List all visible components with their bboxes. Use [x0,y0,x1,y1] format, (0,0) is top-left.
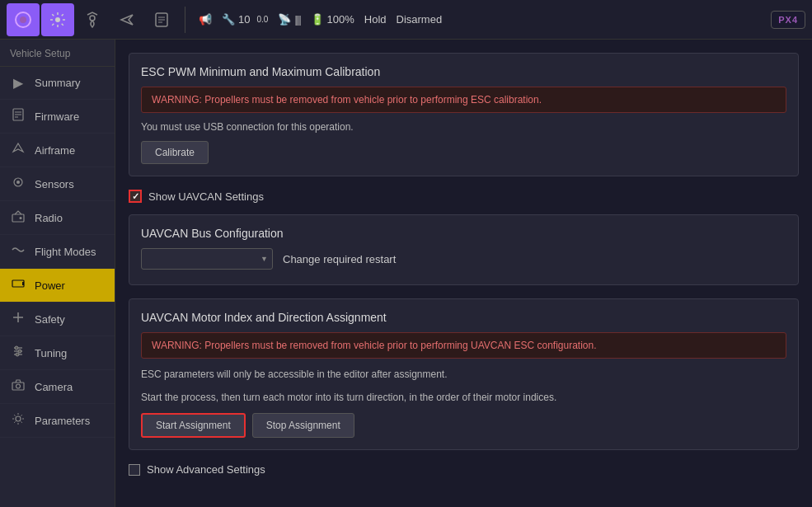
start-assignment-button[interactable]: Start Assignment [141,413,246,438]
log-icon[interactable] [145,3,178,36]
uavcan-motor-warning: WARNING: Propellers must be removed from… [141,332,786,359]
svg-point-27 [16,384,21,388]
armed-status: Disarmed [397,13,443,26]
sidebar-label-camera: Camera [35,381,73,393]
calibrate-button[interactable]: Calibrate [141,141,209,164]
sidebar-item-firmware[interactable]: Firmware [0,100,115,134]
assignment-btn-row: Start Assignment Stop Assignment [141,413,786,438]
advanced-settings-row: Show Advanced Settings [129,463,799,476]
status-bar: 📢 🔧 10 0.0 📡 ||| 🔋 100% Hold Disarmed [199,13,442,26]
power-icon [10,277,26,293]
uavcan-motor-title: UAVCAN Motor Index and Direction Assignm… [141,311,786,324]
sidebar-label-summary: Summary [35,77,81,89]
battery-value: 100% [327,13,354,26]
io-value: 10 [238,13,250,26]
sidebar-header: Vehicle Setup [0,40,115,67]
wrench-icon: 🔧 [222,13,235,26]
sidebar-label-safety: Safety [35,313,65,326]
battery-status: 🔋 100% [311,13,354,26]
sidebar-item-camera[interactable]: Camera [0,370,115,404]
nav-divider [185,7,185,33]
sidebar-item-sensors[interactable]: Sensors [0,167,115,201]
safety-icon [10,311,26,327]
sidebar-label-radio: Radio [35,212,63,224]
sidebar-label-sensors: Sensors [35,178,74,190]
radio-icon [10,209,26,226]
px4-logo: PX4 [771,11,805,29]
parameters-icon [10,412,26,429]
uavcan-checkbox-label: Show UAVCAN Settings [148,190,264,203]
uavcan-change-required: Change required restart [283,253,396,265]
battery-icon: 🔋 [311,13,324,26]
firmware-icon [10,108,26,124]
bars-icon: ||| [294,13,300,26]
svg-point-23 [15,346,18,350]
uavcan-bus-card: UAVCAN Bus Configuration Change required… [129,214,799,285]
sidebar-item-radio[interactable]: Radio [0,201,115,235]
advanced-settings-label: Show Advanced Settings [147,463,265,476]
svg-point-28 [16,416,21,421]
svg-rect-14 [12,214,24,222]
wrench-status: 🔧 10 0.0 [222,13,268,26]
sidebar-label-parameters: Parameters [35,415,90,427]
alert-status: 📢 [199,13,212,26]
sidebar-item-tuning[interactable]: Tuning [0,336,115,370]
signal-icon: 📡 [278,13,291,26]
uavcan-motor-info1: ESC parameters will only be accessible i… [141,367,786,382]
sidebar-label-firmware: Firmware [35,110,79,123]
vehicle-setup-icon[interactable] [41,3,74,36]
waypoint-icon[interactable] [76,3,109,36]
uavcan-bus-select-wrapper [141,248,273,270]
main-layout: Vehicle Setup ▶ Summary Firmware Airfram… [0,40,812,507]
sidebar-item-flight-modes[interactable]: Flight Modes [0,235,115,269]
app-logo-icon[interactable] [7,3,40,36]
hold-status: Hold [364,13,387,26]
uavcan-checkbox-row: Show UAVCAN Settings [129,190,799,203]
camera-icon [10,378,26,395]
sensors-icon [10,176,26,192]
svg-point-1 [20,16,26,23]
sidebar-item-safety[interactable]: Safety [0,303,115,336]
svg-point-15 [20,217,22,219]
top-bar-right: PX4 [771,11,805,29]
sidebar-item-power[interactable]: Power [0,269,115,303]
sidebar-label-power: Power [35,279,65,292]
svg-point-25 [16,353,19,356]
top-bar: 📢 🔧 10 0.0 📡 ||| 🔋 100% Hold Disarmed PX… [0,0,812,40]
megaphone-icon: 📢 [199,13,212,26]
sidebar-label-flight-modes: Flight Modes [35,246,96,258]
io-sub: 0.0 [256,15,268,24]
esc-section-title: ESC PWM Minimum and Maximum Calibration [141,65,786,78]
sidebar-label-airframe: Airframe [35,144,75,157]
svg-point-2 [55,17,60,22]
uavcan-motor-info2: Start the process, then turn each motor … [141,390,786,405]
sidebar-item-parameters[interactable]: Parameters [0,404,115,438]
stop-assignment-button[interactable]: Stop Assignment [252,413,354,438]
transmit-icon[interactable] [110,3,143,36]
uavcan-bus-dropdown-row: Change required restart [141,248,786,270]
sidebar-item-airframe[interactable]: Airframe [0,134,115,167]
uavcan-checkbox[interactable] [129,190,142,203]
esc-info: You must use USB connection for this ope… [141,121,786,133]
sidebar: Vehicle Setup ▶ Summary Firmware Airfram… [0,40,115,507]
svg-rect-16 [12,280,24,287]
flight-modes-icon [10,243,26,260]
sidebar-item-summary[interactable]: ▶ Summary [0,67,115,100]
svg-point-24 [18,350,21,353]
signal-status: 📡 ||| [278,13,300,26]
sidebar-label-tuning: Tuning [35,347,67,359]
summary-icon: ▶ [10,75,26,91]
svg-point-13 [16,181,20,184]
uavcan-motor-card: UAVCAN Motor Index and Direction Assignm… [129,298,799,450]
content-area: ESC PWM Minimum and Maximum Calibration … [115,40,812,507]
svg-rect-26 [12,383,24,390]
uavcan-bus-title: UAVCAN Bus Configuration [141,227,786,240]
tuning-icon [10,345,26,361]
esc-warning: WARNING: Propellers must be removed from… [141,87,786,113]
advanced-settings-checkbox[interactable] [129,464,140,476]
top-nav-left: 📢 🔧 10 0.0 📡 ||| 🔋 100% Hold Disarmed [7,3,442,36]
airframe-icon [10,142,26,158]
uavcan-bus-select[interactable] [141,248,273,270]
esc-pwm-card: ESC PWM Minimum and Maximum Calibration … [129,53,799,176]
